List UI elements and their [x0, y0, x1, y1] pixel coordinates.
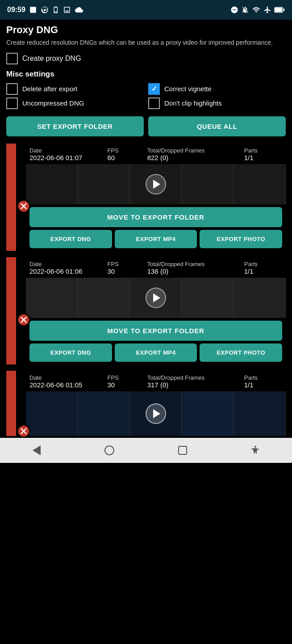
rec1-actions: MOVE TO EXPORT FOLDER EXPORT DNG EXPORT …: [26, 204, 286, 251]
rec1-frames-value: 822 (0): [147, 154, 242, 161]
rec1-play-button[interactable]: [146, 174, 166, 195]
rec2-export-mp4-button[interactable]: EXPORT MP4: [115, 343, 197, 362]
rec2-inner: Date 2022-06-06 01:06 FPS 30 Total/Dropp…: [26, 257, 286, 364]
queue-all-button[interactable]: QUEUE ALL: [148, 116, 286, 136]
rec1-parts-col: Parts 1/1: [244, 147, 282, 161]
correct-vignette-checkbox[interactable]: [148, 83, 160, 95]
rec2-play-button[interactable]: [146, 288, 166, 308]
recents-nav-button[interactable]: [169, 441, 196, 460]
recording-item-3: Date 2022-06-06 01:05 FPS 30 Total/Dropp…: [6, 371, 286, 436]
rec2-export-dng-button[interactable]: EXPORT DNG: [29, 343, 112, 362]
rec1-fps-value: 60: [107, 154, 145, 161]
delete-after-export-row: Delete after export: [6, 83, 144, 95]
home-icon: [104, 445, 114, 455]
thumb-seg: [234, 278, 286, 318]
rec3-parts-col: Parts 1/1: [244, 374, 282, 389]
rec1-inner: Date 2022-06-06 01:07 FPS 60 Total/Dropp…: [26, 144, 286, 251]
rec1-export-mp4-button[interactable]: EXPORT MP4: [115, 230, 197, 248]
rec2-close-button[interactable]: [17, 313, 30, 326]
toolbar-buttons: SET EXPORT FOLDER QUEUE ALL: [6, 116, 286, 136]
rec2-move-button[interactable]: MOVE TO EXPORT FOLDER: [29, 321, 282, 341]
delete-after-export-checkbox[interactable]: [6, 83, 18, 95]
dont-clip-highlights-checkbox[interactable]: [148, 97, 160, 109]
rec2-date-label: Date: [29, 261, 105, 267]
rec1-date-value: 2022-06-06 01:07: [29, 154, 105, 161]
rec2-date-value: 2022-06-06 01:06: [29, 267, 105, 275]
uncompressed-dng-label: Uncompressed DNG: [22, 99, 84, 107]
rec3-frames-value: 317 (0): [147, 381, 242, 389]
thumb-seg: [182, 391, 234, 436]
dont-clip-highlights-label: Don't clip highlights: [164, 99, 222, 107]
rec1-meta: Date 2022-06-06 01:07 FPS 60 Total/Dropp…: [26, 144, 286, 164]
rec2-actions: MOVE TO EXPORT FOLDER EXPORT DNG EXPORT …: [26, 318, 286, 364]
thumb-seg: [26, 278, 78, 318]
uncompressed-dng-row: Uncompressed DNG: [6, 97, 144, 109]
rec2-close-icon: [17, 314, 30, 326]
rec1-parts-value: 1/1: [244, 154, 282, 161]
rec2-parts-value: 1/1: [244, 267, 282, 275]
rec3-frames-col: Total/Dropped Frames 317 (0): [147, 374, 242, 389]
rec1-close-button[interactable]: [17, 199, 30, 213]
accessibility-nav-button[interactable]: [242, 441, 269, 460]
rec2-thumbnail-strip[interactable]: [26, 278, 286, 318]
recording-item-1: Date 2022-06-06 01:07 FPS 60 Total/Dropp…: [6, 144, 286, 251]
rec2-fps-value: 30: [107, 267, 145, 275]
status-bar: 09:59: [0, 0, 292, 20]
rec2-fps-col: FPS 30: [107, 261, 145, 275]
rec2-fps-label: FPS: [107, 261, 145, 267]
rec3-date-col: Date 2022-06-06 01:05: [29, 374, 105, 389]
rec2-meta: Date 2022-06-06 01:06 FPS 30 Total/Dropp…: [26, 257, 286, 278]
thumb-seg: [234, 391, 286, 436]
rec2-frames-col: Total/Dropped Frames 138 (0): [147, 261, 242, 275]
recording-item-2: Date 2022-06-06 01:06 FPS 30 Total/Dropp…: [6, 257, 286, 364]
rec1-export-row: EXPORT DNG EXPORT MP4 EXPORT PHOTO: [29, 230, 282, 248]
rec1-export-dng-button[interactable]: EXPORT DNG: [29, 230, 112, 248]
thumb-seg: [26, 164, 78, 204]
rec1-thumbnail-strip[interactable]: [26, 164, 286, 204]
svg-rect-2: [283, 8, 284, 11]
uncompressed-dng-checkbox[interactable]: [6, 97, 18, 109]
airplane-icon: [263, 6, 271, 14]
rec2-frames-label: Total/Dropped Frames: [147, 261, 242, 267]
rec2-frames-value: 138 (0): [147, 267, 242, 275]
status-time: 09:59: [7, 6, 25, 14]
thumb-seg: [234, 164, 286, 204]
bell-mute-icon: [241, 6, 249, 14]
rec3-meta: Date 2022-06-06 01:05 FPS 30 Total/Dropp…: [26, 371, 286, 391]
rec3-fps-value: 30: [107, 381, 145, 389]
rec1-export-photo-button[interactable]: EXPORT PHOTO: [200, 230, 282, 248]
accessibility-icon: [250, 445, 261, 456]
proxy-dng-checkbox[interactable]: [6, 53, 18, 64]
rec1-frames-col: Total/Dropped Frames 822 (0): [147, 147, 242, 161]
wifi-icon: [252, 6, 261, 14]
rec1-frames-label: Total/Dropped Frames: [147, 147, 242, 154]
back-nav-button[interactable]: [23, 441, 50, 460]
compass-icon: [41, 6, 49, 14]
rec1-parts-label: Parts: [244, 147, 282, 154]
status-left: 09:59: [7, 6, 83, 14]
rec2-parts-label: Parts: [244, 261, 282, 267]
misc-settings-title: Misc settings: [6, 70, 286, 79]
rec3-date-label: Date: [29, 374, 105, 381]
set-export-folder-button[interactable]: SET EXPORT FOLDER: [6, 116, 144, 136]
thumb-seg: [78, 164, 129, 204]
rec3-frames-label: Total/Dropped Frames: [147, 374, 242, 381]
rec2-export-photo-button[interactable]: EXPORT PHOTO: [200, 343, 282, 362]
svg-point-12: [254, 446, 256, 448]
rec3-close-icon: [17, 425, 30, 437]
rec3-close-button[interactable]: [17, 424, 30, 438]
thumb-seg: [78, 391, 129, 436]
rec3-parts-value: 1/1: [244, 381, 282, 389]
photo-icon: [29, 6, 37, 14]
rec2-date-col: Date 2022-06-06 01:06: [29, 261, 105, 275]
rec3-inner: Date 2022-06-06 01:05 FPS 30 Total/Dropp…: [26, 371, 286, 436]
rec1-move-button[interactable]: MOVE TO EXPORT FOLDER: [29, 207, 282, 227]
home-nav-button[interactable]: [96, 441, 123, 460]
rec1-date-col: Date 2022-06-06 01:07: [29, 147, 105, 161]
rec3-thumbnail-strip[interactable]: [26, 391, 286, 436]
rec3-parts-label: Parts: [244, 374, 282, 381]
rec3-play-button[interactable]: [146, 403, 166, 424]
cloud-icon: [75, 6, 83, 14]
rec2-parts-col: Parts 1/1: [244, 261, 282, 275]
page-title: Proxy DNG: [6, 24, 286, 36]
